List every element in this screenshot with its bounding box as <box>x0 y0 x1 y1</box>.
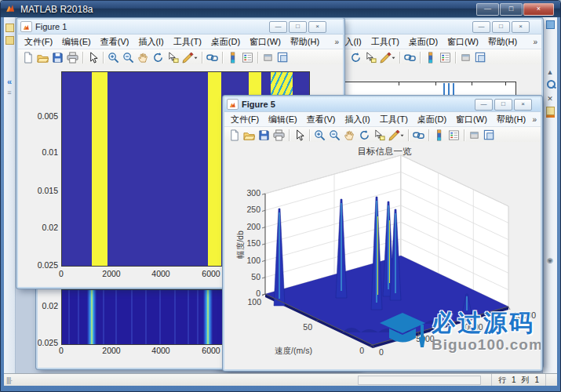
note-icon[interactable] <box>5 36 14 45</box>
axis-tick-label: 0.02 <box>28 223 58 232</box>
pan-hand-icon[interactable] <box>342 128 357 143</box>
legend-icon[interactable] <box>438 50 453 65</box>
figure5-titlebar[interactable]: Figure 5 — □ × <box>224 97 541 112</box>
menu-item-4[interactable]: 工具(T) <box>375 112 413 127</box>
menu-overflow-icon[interactable]: » <box>532 115 541 124</box>
search-icon[interactable] <box>546 80 556 89</box>
link-plots-icon[interactable] <box>411 128 426 143</box>
legend-icon[interactable] <box>240 50 255 65</box>
pin-icon[interactable] <box>545 20 555 30</box>
left-collapsed-panel[interactable]: « ≡ <box>4 17 16 373</box>
close-panel-icon[interactable]: ✕ <box>545 94 555 103</box>
zoom-in-icon[interactable] <box>312 128 327 143</box>
pointer-icon[interactable] <box>292 128 307 143</box>
maximize-button[interactable]: □ <box>500 3 523 16</box>
menu-overflow-icon[interactable]: » <box>533 38 541 46</box>
new-file-icon[interactable] <box>227 128 242 143</box>
minimize-figure-icon[interactable] <box>467 128 482 143</box>
close-button[interactable]: × <box>514 99 532 111</box>
menu-item-1[interactable]: 编辑(E) <box>264 112 302 127</box>
bright-line <box>87 290 97 344</box>
colorbar-icon[interactable] <box>225 50 240 65</box>
minimize-button[interactable]: — <box>475 99 493 111</box>
minimize-button[interactable]: — <box>472 21 490 33</box>
scroll-up-icon[interactable]: ▲ <box>545 67 555 77</box>
zoom-in-icon[interactable] <box>106 50 121 65</box>
close-button[interactable]: × <box>512 21 530 33</box>
z-axis-label: 幅度/db <box>235 230 245 259</box>
restore-button[interactable]: □ <box>492 21 510 33</box>
menu-item-5[interactable]: 桌面(D) <box>206 34 245 49</box>
zoom-out-icon[interactable] <box>327 128 342 143</box>
figure1-titlebar[interactable]: Figure 1 — □ × <box>18 20 343 34</box>
rotate-3d-icon[interactable] <box>348 50 363 65</box>
rotate-3d-icon[interactable] <box>357 128 372 143</box>
new-file-icon[interactable] <box>20 50 35 65</box>
expand-panel-icon[interactable]: « <box>5 77 14 86</box>
caret-down-icon[interactable] <box>390 50 397 65</box>
caret-down-icon[interactable] <box>192 50 199 65</box>
menu-item-2[interactable]: 查看(V) <box>302 112 341 127</box>
menu-item-6[interactable]: 窗口(W) <box>245 34 286 49</box>
dock-figure-icon[interactable] <box>275 50 290 65</box>
menu-item-6[interactable]: 窗口(W) <box>443 34 483 49</box>
menu-item-2[interactable]: 查看(V) <box>96 34 134 49</box>
open-folder-icon[interactable] <box>242 128 257 143</box>
menu-item-1[interactable]: 编辑(E) <box>57 34 96 49</box>
dock-figure-icon[interactable] <box>473 50 488 65</box>
menu-item-7[interactable]: 帮助(H) <box>286 34 324 49</box>
matlab-titlebar[interactable]: MATLAB R2018a — □ × <box>1 1 560 17</box>
menu-item-0[interactable]: 文件(F) <box>226 112 264 127</box>
dock-figure-icon[interactable] <box>482 128 497 143</box>
colorbar-icon[interactable] <box>423 50 438 65</box>
circle-arrow-icon[interactable]: ◉ <box>545 256 555 265</box>
menu-overflow-icon[interactable]: » <box>334 38 343 46</box>
right-collapsed-panel[interactable]: ▲ ✕ ◉ <box>542 17 557 373</box>
restore-button[interactable]: □ <box>289 21 307 33</box>
link-plots-icon[interactable] <box>403 50 417 65</box>
legend-icon[interactable] <box>446 128 461 143</box>
menu-item-0[interactable]: 文件(F) <box>20 34 57 49</box>
sticky-note-icon[interactable] <box>545 107 555 116</box>
pointer-icon[interactable] <box>86 50 100 65</box>
close-button[interactable]: × <box>308 21 326 33</box>
caret-down-icon[interactable] <box>399 128 406 143</box>
link-plots-icon[interactable] <box>205 50 220 65</box>
menu-item-3[interactable]: 插入(I) <box>133 34 168 49</box>
print-icon[interactable] <box>65 50 80 65</box>
axis-tick-label: 0.01 <box>28 147 58 157</box>
toolbar-separator <box>453 50 458 65</box>
close-button[interactable]: × <box>523 3 554 16</box>
data-cursor-icon[interactable] <box>166 50 180 65</box>
save-icon[interactable] <box>257 128 271 143</box>
menu-item-7[interactable]: 帮助(H) <box>483 34 522 49</box>
menu-item-7[interactable]: 帮助(H) <box>492 112 530 127</box>
menu-item-5[interactable]: 桌面(D) <box>404 34 443 49</box>
data-cursor-icon[interactable] <box>363 50 378 65</box>
save-icon[interactable] <box>50 50 65 65</box>
document-icon[interactable] <box>5 24 14 33</box>
restore-button[interactable]: □ <box>494 99 512 111</box>
rotate-3d-icon[interactable] <box>151 50 166 65</box>
axis-tick-label: 2000 <box>94 269 129 278</box>
svg-text:250: 250 <box>246 205 260 214</box>
menu-item-4[interactable]: 工具(T) <box>169 34 206 49</box>
figure5-window: Figure 5 — □ × 文件(F)编辑(E)查看(V)插入(I)工具(T)… <box>223 96 542 371</box>
minimize-figure-icon[interactable] <box>260 50 275 65</box>
minimize-button[interactable]: — <box>269 21 287 33</box>
menu-item-6[interactable]: 窗口(W) <box>451 112 492 127</box>
minimize-figure-icon[interactable] <box>458 50 473 65</box>
menu-item-4[interactable]: 工具(T) <box>366 34 404 49</box>
axis-tick-label: 0.005 <box>28 111 58 121</box>
pan-hand-icon[interactable] <box>136 50 151 65</box>
data-cursor-icon[interactable] <box>372 128 387 143</box>
menu-item-3[interactable]: 插入(I) <box>340 112 374 127</box>
zoom-out-icon[interactable] <box>121 50 136 65</box>
svg-text:50: 50 <box>251 272 260 281</box>
open-folder-icon[interactable] <box>35 50 50 65</box>
menu-item-5[interactable]: 桌面(D) <box>413 112 451 127</box>
minimize-button[interactable]: — <box>476 3 499 16</box>
print-icon[interactable] <box>271 128 286 143</box>
svg-text:0: 0 <box>359 346 364 355</box>
colorbar-icon[interactable] <box>432 128 446 143</box>
